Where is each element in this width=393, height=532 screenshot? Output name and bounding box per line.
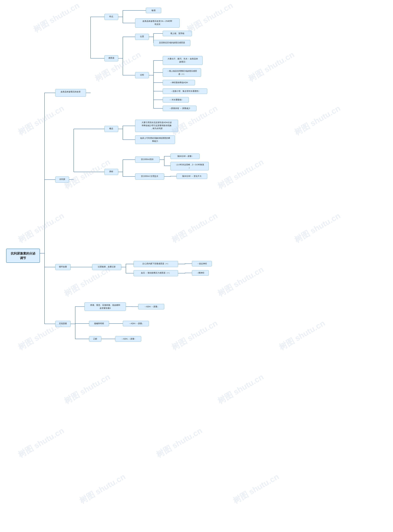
node-proc6: →尿液浓缩 → 尿量减少 <box>163 106 196 111</box>
watermark-text: 树图 shutu.cn <box>78 471 128 506</box>
node-proc1: 大量出汗、腹泻、失水→ 血浆晶体 渗透压↑ <box>163 56 203 65</box>
watermark-text: 树图 shutu.cn <box>16 425 66 460</box>
node-root: 抗利尿激素的分泌调节 <box>6 249 40 263</box>
node-plasma: 血浆晶体渗透压的改变 <box>55 89 86 97</box>
node-other: 其他因素 <box>55 321 71 327</box>
watermark-text: 树图 shutu.cn <box>93 49 143 84</box>
node-receptor: 感受器 <box>104 55 118 61</box>
node-drink1000: 饮1000ml清水 <box>135 156 160 163</box>
watermark-text: 树图 shutu.cn <box>16 103 66 138</box>
watermark-text: 树图 shutu.cn <box>31 0 81 35</box>
node-proc4: →连接小管、集合管对水通透性↑ <box>163 88 207 94</box>
node-react: 血浆晶体渗透压改变1%～2%时即 有反应 <box>135 18 180 28</box>
node-circCause: 过度输液，血量过多 <box>92 264 121 270</box>
watermark-text: 树图 shutu.cn <box>216 157 265 192</box>
node-vagus: →迷走神经 <box>192 261 212 266</box>
watermark-text: 树图 shutu.cn <box>246 49 296 84</box>
watermark-text: 树图 shutu.cn <box>216 372 265 407</box>
watermark-text: 树图 shutu.cn <box>277 318 327 353</box>
node-shuili: 水利尿 <box>55 176 69 183</box>
node-pos1: 视上核、室旁核 <box>163 31 192 36</box>
node-position: 位置 <box>135 34 149 40</box>
node-sinus: →窦神经 <box>192 270 209 276</box>
watermark-text: 树图 shutu.cn <box>154 425 204 460</box>
watermark-text: 树图 shutu.cn <box>170 210 220 245</box>
watermark-text: 树图 shutu.cn <box>185 0 235 35</box>
watermark-text: 树图 shutu.cn <box>231 471 281 506</box>
node-carotid: 血压→ 颈动脉窦压力感受器（+） <box>133 270 178 276</box>
node-process: 过程 <box>135 72 149 78</box>
node-concept2: 临床上可利用此现象来检测肾的稀 释能力 <box>135 135 175 144</box>
node-alcohol: 乙醇 <box>89 336 101 342</box>
watermark-text: 树图 shutu.cn <box>216 264 265 299</box>
node-drink1000r2: （1小时末达高峰，2～3小时恢复 ） <box>170 162 209 170</box>
node-proc5: → 对水重吸收↑ <box>163 97 189 102</box>
node-concept: 概念 <box>104 126 118 132</box>
watermark-text: 树图 shutu.cn <box>16 210 66 245</box>
node-proc2: →视上核及其周围区域渗透压感受 器（+） <box>163 68 201 77</box>
node-drinkSaliner: 隔30分钟 → 变化不大 <box>177 173 207 179</box>
node-drinkSaline: 饮1000ml 生理盐水 <box>135 173 164 180</box>
node-painr: →ADH↑→尿量↓ <box>138 304 164 309</box>
node-bianxi: 辨析 <box>104 169 118 175</box>
node-features: 特点 <box>104 14 118 20</box>
watermark-text: 树图 shutu.cn <box>292 210 342 245</box>
node-drink1000r1: 隔30分钟→尿量↑ <box>170 153 200 159</box>
node-concept1: 大量引用清水后反射性使ADH分泌 和释放减少而引起尿量增多的现象 ，称为水利尿 <box>135 120 178 132</box>
node-nicotiner: →ADH↑→尿量↓ <box>123 321 149 326</box>
watermark-text: 树图 shutu.cn <box>62 372 112 407</box>
node-proc3: →神经垂体释放ADH <box>163 80 195 85</box>
node-pain: 疼痛、窒息、应激刺激、低血糖和 血管紧张素II <box>84 302 126 311</box>
node-sensitive: 敏感 <box>146 8 161 13</box>
node-alcoholr: →ADH↓→尿量↑ <box>115 336 141 342</box>
node-nicotine: 烟碱和吗啡 <box>89 321 109 326</box>
watermark-text: 树图 shutu.cn <box>292 103 342 138</box>
node-circulation: 循环血量 <box>55 264 71 270</box>
node-leftAtrium: 左心房内膜下容量感受器（+） <box>133 261 178 267</box>
mindmap: 树图 shutu.cn树图 shutu.cn树图 shutu.cn树图 shut… <box>0 0 393 532</box>
watermark-text: 树图 shutu.cn <box>170 318 220 353</box>
node-pos2: 及其附近区域的渗透压感受器 <box>153 40 190 46</box>
